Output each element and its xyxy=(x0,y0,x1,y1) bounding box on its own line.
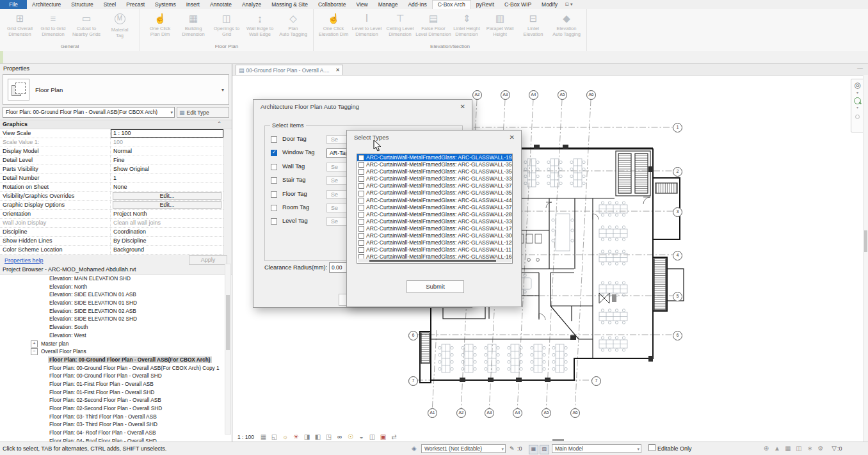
type-checkbox[interactable] xyxy=(358,233,364,239)
ribbon-tab[interactable]: Annotate xyxy=(205,0,237,9)
ribbon-button[interactable]: ◆ Elevation Auto Tagging xyxy=(550,10,583,37)
type-checkbox[interactable] xyxy=(358,219,364,225)
tag-checkbox[interactable] xyxy=(271,218,277,225)
ribbon-tab[interactable]: Structure xyxy=(66,0,99,9)
ribbon-tab[interactable]: View xyxy=(351,0,373,9)
property-value[interactable]: Project North xyxy=(111,210,223,218)
browser-tree-item[interactable]: −Overall Floor Plans xyxy=(0,347,232,356)
type-list-item[interactable]: ARC-CurtainWall-MetalFramedGlass: ARC-GL… xyxy=(357,246,512,253)
ribbon-button[interactable]: ⊟ Lintel Elevation xyxy=(517,10,550,37)
steering-wheel-icon[interactable]: ◎ xyxy=(854,81,860,90)
close-icon[interactable]: ✕ xyxy=(335,67,340,73)
ribbon-button[interactable]: ◇ Plan Auto Tagging xyxy=(277,10,310,37)
rendering-dialog-icon[interactable]: ◨ xyxy=(303,433,311,441)
view-scale-button[interactable]: 1 : 100 xyxy=(237,434,254,440)
edit-type-button[interactable]: ▦ Edit Type xyxy=(177,107,229,118)
status-icon-6[interactable]: ⚙ xyxy=(816,442,825,455)
type-list-item[interactable]: ARC-CurtainWall-MetalFramedGlass: ARC-GL… xyxy=(357,232,512,239)
property-value[interactable]: Background xyxy=(111,246,223,254)
status-icon-3[interactable]: ▦ xyxy=(784,442,792,455)
type-list-item[interactable]: ARC-CurtainWall-MetalFramedGlass: ARC-GL… xyxy=(357,175,512,182)
property-value[interactable]: Edit... xyxy=(113,201,221,209)
type-list-item[interactable]: ARC-CurtainWall-MetalFramedGlass: ARC-GL… xyxy=(357,154,512,161)
type-checkbox[interactable] xyxy=(358,198,364,204)
tag-checkbox[interactable] xyxy=(271,177,277,184)
ribbon-tab[interactable]: C-Box Arch xyxy=(432,0,471,9)
property-value[interactable]: Normal xyxy=(111,147,223,156)
property-value[interactable]: None xyxy=(111,183,223,191)
close-icon[interactable]: ✕ xyxy=(460,100,465,114)
ribbon-button[interactable]: ▭ Cutout to Nearby Grids xyxy=(70,10,103,37)
browser-tree-item[interactable]: Floor Plan: 03- Third Floor Plan - Overa… xyxy=(0,413,232,421)
tree-expander-icon[interactable]: + xyxy=(31,340,38,347)
ribbon-tab[interactable]: Manage xyxy=(373,0,403,9)
properties-scrollbar[interactable] xyxy=(223,129,232,255)
ribbon-button[interactable]: ☝ One Click Elevation Dim xyxy=(317,10,350,37)
type-list-item[interactable]: ARC-CurtainWall-MetalFramedGlass: ARC-GL… xyxy=(357,189,512,196)
browser-tree-item[interactable]: Floor Plan: 02-Second Floor Plan - Overa… xyxy=(0,396,232,404)
ribbon-tab[interactable]: Add-Ins xyxy=(403,0,431,9)
property-value[interactable]: 1 xyxy=(111,174,223,182)
ribbon-button[interactable]: ☝ One Click Plan Dim xyxy=(143,10,177,37)
navigation-bar[interactable]: ◎ ▾ ▾ xyxy=(851,79,864,132)
detail-level-icon[interactable]: ▦ xyxy=(259,433,268,441)
ribbon-tab[interactable]: Insert xyxy=(181,0,205,9)
visual-style-icon[interactable]: ◱ xyxy=(270,433,278,441)
ribbon-button[interactable]: ▤ False Floor Level Dimension xyxy=(417,10,450,37)
browser-tree-item[interactable]: Elevation: SIDE ELEVATION 02 ASB xyxy=(0,307,232,315)
crop-view-icon[interactable]: ◧ xyxy=(314,433,322,441)
tab-strip-minimize-icon[interactable]: — xyxy=(857,65,863,72)
browser-tree-item[interactable]: Elevation: West xyxy=(0,331,232,340)
editable-icon[interactable]: ✎ xyxy=(510,442,515,455)
tag-checkbox[interactable] xyxy=(271,191,277,198)
browser-tree-item[interactable]: Floor Plan: 03- Third Floor Plan - Overa… xyxy=(0,420,232,429)
ribbon-button[interactable]: ⇕ Lintel Height Dimension xyxy=(450,10,483,37)
browser-vscrollbar[interactable] xyxy=(225,264,231,435)
type-list-item[interactable]: ARC-CurtainWall-MetalFramedGlass: ARC-GL… xyxy=(357,239,512,246)
ribbon-button[interactable]: Ⅰ Level to Level Dimension xyxy=(350,10,383,37)
tag-checkbox[interactable] xyxy=(271,150,277,156)
browser-tree-item[interactable]: Elevation: North xyxy=(0,283,232,291)
tag-checkbox[interactable] xyxy=(271,136,277,143)
browser-tree-item[interactable]: Floor Plan: 02-Second Floor Plan - Overa… xyxy=(0,404,232,413)
type-checkbox[interactable] xyxy=(358,247,364,253)
ribbon-button[interactable]: ▦ Building Dimension xyxy=(177,10,210,37)
drawing-vscrollbar[interactable] xyxy=(863,75,868,442)
type-checkbox[interactable] xyxy=(358,162,364,168)
browser-tree-item[interactable]: Elevation: MAIN ELEVATION SHD xyxy=(0,275,232,283)
type-checkbox[interactable] xyxy=(358,226,364,232)
type-checkbox[interactable] xyxy=(358,240,364,246)
apply-button[interactable]: Apply xyxy=(189,255,227,265)
property-value[interactable]: 100 xyxy=(111,138,223,147)
type-list-item[interactable]: ARC-CurtainWall-MetalFramedGlass: ARC-GL… xyxy=(357,161,512,168)
type-selector[interactable]: Floor Plan ▾ xyxy=(3,74,229,105)
type-checkbox[interactable] xyxy=(358,205,364,211)
ribbon-tab[interactable]: Collaborate xyxy=(313,0,351,9)
status-icon-4[interactable]: ◫ xyxy=(794,442,803,455)
browser-tree-item[interactable]: Floor Plan: 01-First Floor Plan - Overal… xyxy=(0,388,232,397)
property-value[interactable]: By Discipline xyxy=(111,237,223,245)
ribbon-tab[interactable]: Precast xyxy=(121,0,150,9)
tag-checkbox[interactable] xyxy=(271,205,277,211)
type-checkbox[interactable] xyxy=(358,212,364,218)
zoom-icon[interactable] xyxy=(854,97,861,104)
graphics-section-header[interactable]: Graphics ⌃ xyxy=(0,120,232,129)
browser-tree-item[interactable]: Floor Plan: 04- Roof Floor Plan - Overal… xyxy=(0,429,232,437)
list-hscrollbar[interactable] xyxy=(358,259,511,262)
sun-path-icon[interactable]: ☼ xyxy=(281,433,289,441)
ribbon-tab[interactable]: File xyxy=(0,0,27,9)
tree-expander-icon[interactable]: − xyxy=(31,348,38,355)
ribbon-tab[interactable]: Modify xyxy=(536,0,563,9)
ribbon-tab[interactable]: C-Box WIP xyxy=(499,0,536,9)
ribbon-tab[interactable]: Architecture xyxy=(27,0,66,9)
ribbon-tab[interactable]: Steel xyxy=(99,0,121,9)
type-checkbox[interactable] xyxy=(358,169,364,175)
instance-selector[interactable]: Floor Plan: 00-Ground Floor Plan - Overa… xyxy=(3,107,175,118)
status-square-icon[interactable]: ▨ xyxy=(540,445,549,454)
browser-tree-item[interactable]: +Master plan xyxy=(0,340,232,348)
tag-checkbox[interactable] xyxy=(271,164,277,170)
chevron-down-icon[interactable]: ▾ xyxy=(856,91,858,95)
ribbon-tab[interactable]: Massing & Site xyxy=(266,0,313,9)
submit-button[interactable]: Submit xyxy=(406,280,464,293)
analytical-model-icon[interactable]: ◫ xyxy=(368,433,376,441)
